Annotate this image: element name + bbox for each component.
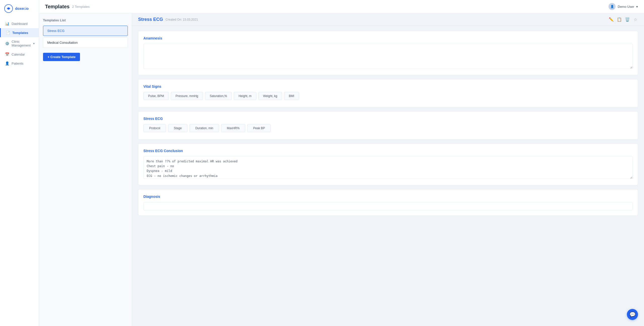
sidebar-item-clinic-management[interactable]: ⚙️ Clinic Management ▾	[0, 37, 39, 50]
header: Templates 2 Templates 👤 Demo User ▾	[39, 0, 644, 13]
diagnosis-input[interactable]	[143, 202, 633, 210]
template-item-stress-ecg[interactable]: Stress ECG	[43, 26, 128, 36]
clinic-management-icon: ⚙️	[5, 41, 9, 45]
logo-icon	[4, 4, 13, 13]
diagnosis-label: Diagnosis	[143, 195, 633, 199]
vital-chip-bmi: BMI	[284, 92, 299, 100]
vital-chip-height: Height, m	[234, 92, 256, 100]
logo-area: doxer.io	[0, 4, 39, 19]
anamnesis-label: Anamnesis	[143, 36, 633, 40]
avatar: 👤	[609, 3, 616, 10]
user-menu[interactable]: 👤 Demo User ▾	[609, 3, 638, 10]
calendar-icon: 📅	[5, 52, 9, 56]
star-icon[interactable]: ☆	[633, 17, 638, 22]
edit-icon[interactable]: ✏️	[609, 17, 614, 22]
section-stress-ecg-conclusion: Stress ECG Conclusion More than ??% of p…	[138, 144, 638, 185]
chevron-right-icon: ▾	[33, 42, 35, 45]
template-count: 2 Templates	[72, 5, 90, 9]
sidebar-item-patients[interactable]: 👤 Patients	[0, 59, 39, 68]
content-body: Templates List Stress ECG Medical Consul…	[39, 13, 644, 326]
sidebar-item-label-templates: Templates	[12, 31, 28, 35]
detail-created: Created On: 15.03.2021	[166, 18, 198, 21]
sidebar-item-templates[interactable]: 📄 Templates	[0, 28, 39, 37]
ecg-chip-peakbp: Peak BP	[247, 124, 271, 132]
chat-bubble[interactable]: 💬	[627, 309, 638, 320]
anamnesis-textarea[interactable]	[143, 44, 633, 69]
panel-title: Templates List	[43, 18, 128, 22]
sidebar-item-calendar[interactable]: 📅 Calendar	[0, 50, 39, 59]
templates-icon: 📄	[6, 31, 10, 35]
main-area: Templates 2 Templates 👤 Demo User ▾ Temp…	[39, 0, 644, 326]
user-name: Demo User	[618, 5, 634, 9]
vital-chip-saturation: Saturation,%	[205, 92, 232, 100]
sidebar-item-label-clinic: Clinic Management	[12, 40, 31, 47]
page-title: Templates	[45, 4, 69, 10]
detail-panel: Stress ECG Created On: 15.03.2021 ✏️ 📋 🗑…	[132, 13, 644, 326]
sidebar-item-label-patients: Patients	[12, 62, 23, 65]
copy-icon[interactable]: 📋	[617, 17, 622, 22]
create-template-button[interactable]: + Create Template	[43, 53, 80, 61]
stress-ecg-conclusion-label: Stress ECG Conclusion	[143, 149, 633, 153]
vital-chip-weight: Weight, kg	[258, 92, 282, 100]
vital-signs-grid: Pulse, BPM Pressure, mmHg Saturation,% H…	[143, 92, 633, 100]
vital-signs-label: Vital Signs	[143, 84, 633, 88]
stress-ecg-grid: Protocol Stage Duration, min MaxHR% Peak…	[143, 124, 633, 132]
sidebar-item-label-calendar: Calendar	[12, 53, 25, 56]
vital-chip-pulse: Pulse, BPM	[143, 92, 169, 100]
conclusion-textarea[interactable]: More than ??% of predicted maximal HR wa…	[143, 156, 633, 179]
section-anamnesis: Anamnesis	[138, 31, 638, 75]
detail-actions: ✏️ 📋 🗑️ ☆	[609, 17, 638, 22]
ecg-chip-maxhr: MaxHR%	[221, 124, 246, 132]
section-vital-signs: Vital Signs Pulse, BPM Pressure, mmHg Sa…	[138, 79, 638, 107]
templates-panel: Templates List Stress ECG Medical Consul…	[39, 13, 132, 326]
ecg-chip-protocol: Protocol	[143, 124, 166, 132]
chevron-down-icon: ▾	[636, 5, 638, 9]
detail-title: Stress ECG	[138, 17, 163, 22]
sidebar: doxer.io 📊 Dashboard 📄 Templates ⚙️ Clin…	[0, 0, 39, 326]
sidebar-item-dashboard[interactable]: 📊 Dashboard	[0, 19, 39, 28]
svg-point-1	[8, 8, 9, 9]
stress-ecg-label: Stress ECG	[143, 117, 633, 121]
vital-chip-pressure: Pressure, mmHg	[171, 92, 203, 100]
detail-content: Anamnesis Vital Signs Pulse, BPM Pressur…	[132, 26, 644, 221]
dashboard-icon: 📊	[5, 22, 9, 26]
logo-text: doxer.io	[15, 7, 29, 11]
sidebar-item-label-dashboard: Dashboard	[12, 22, 28, 26]
template-item-medical-consultation[interactable]: Medical Consultation	[43, 37, 128, 48]
ecg-chip-duration: Duration, min	[189, 124, 219, 132]
ecg-chip-stage: Stage	[168, 124, 187, 132]
section-stress-ecg: Stress ECG Protocol Stage Duration, min …	[138, 111, 638, 139]
detail-header: Stress ECG Created On: 15.03.2021 ✏️ 📋 🗑…	[132, 13, 644, 26]
section-diagnosis: Diagnosis	[138, 189, 638, 216]
patients-icon: 👤	[5, 61, 9, 65]
delete-icon[interactable]: 🗑️	[625, 17, 630, 22]
